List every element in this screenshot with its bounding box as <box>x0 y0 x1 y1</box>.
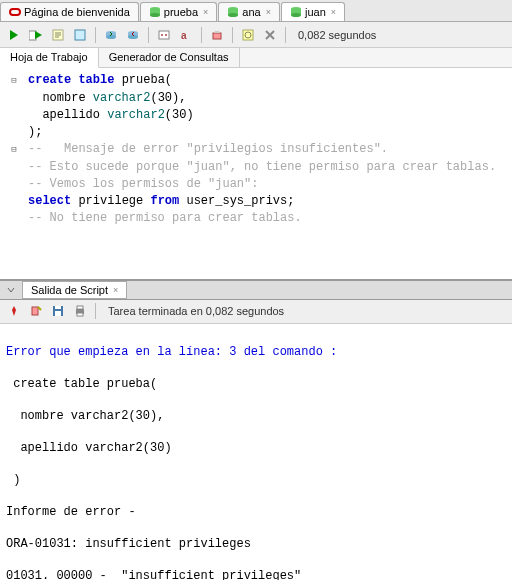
chevron-icon[interactable] <box>2 281 20 299</box>
separator <box>232 27 233 43</box>
db-icon <box>290 6 302 18</box>
db-icon <box>149 6 161 18</box>
separator <box>201 27 202 43</box>
history-button[interactable] <box>239 26 257 44</box>
oracle-icon <box>9 6 21 18</box>
svg-rect-31 <box>77 306 83 309</box>
svg-rect-19 <box>159 31 169 39</box>
tab-welcome[interactable]: Página de bienvenida <box>0 2 139 21</box>
svg-rect-32 <box>77 313 83 316</box>
close-icon[interactable]: × <box>331 7 336 17</box>
run-script-button[interactable] <box>27 26 45 44</box>
separator <box>95 303 96 319</box>
status-text: 0,082 segundos <box>298 29 376 41</box>
svg-point-20 <box>161 34 163 36</box>
svg-point-9 <box>291 13 301 17</box>
save-button[interactable] <box>49 302 67 320</box>
case-button[interactable]: a <box>177 26 195 44</box>
tab-worksheet[interactable]: Hoja de Trabajo <box>0 48 99 68</box>
close-icon[interactable]: × <box>113 285 118 295</box>
tab-querybuilder[interactable]: Generador de Consultas <box>99 48 240 67</box>
output-tab-label: Salida de Script <box>31 284 108 296</box>
separator <box>95 27 96 43</box>
sql-editor[interactable]: ⊟create table prueba( nombre varchar2(30… <box>0 68 512 280</box>
tab-prueba[interactable]: prueba × <box>140 2 218 21</box>
close-icon[interactable]: × <box>266 7 271 17</box>
clear-output-button[interactable] <box>27 302 45 320</box>
tab-label: prueba <box>164 6 198 18</box>
unshared-button[interactable] <box>155 26 173 44</box>
worksheet-tabs: Hoja de Trabajo Generador de Consultas <box>0 48 512 68</box>
svg-rect-28 <box>55 311 61 316</box>
svg-point-21 <box>165 34 167 36</box>
tab-label: juan <box>305 6 326 18</box>
svg-rect-12 <box>75 30 85 40</box>
pin-button[interactable] <box>5 302 23 320</box>
svg-point-3 <box>150 13 160 17</box>
output-tab[interactable]: Salida de Script × <box>22 281 127 299</box>
output-toolbar: Tarea terminada en 0,082 segundos <box>0 300 512 324</box>
db-icon <box>227 6 239 18</box>
commit-button[interactable] <box>102 26 120 44</box>
tab-ana[interactable]: ana × <box>218 2 280 21</box>
error-header: Error que empieza en la línea: 3 del com… <box>6 344 506 360</box>
main-toolbar: a 0,082 segundos <box>0 22 512 48</box>
rollback-button[interactable] <box>124 26 142 44</box>
autotrace-button[interactable] <box>71 26 89 44</box>
svg-rect-23 <box>213 33 221 39</box>
connection-tabs: Página de bienvenida prueba × ana × juan… <box>0 0 512 22</box>
clear-button[interactable] <box>208 26 226 44</box>
tab-juan[interactable]: juan × <box>281 2 345 21</box>
svg-point-6 <box>228 13 238 17</box>
tab-label: ana <box>242 6 260 18</box>
svg-rect-0 <box>10 9 20 15</box>
svg-text:a: a <box>181 30 187 41</box>
output-status: Tarea terminada en 0,082 segundos <box>108 305 284 317</box>
svg-rect-29 <box>55 306 61 309</box>
explain-button[interactable] <box>49 26 67 44</box>
output-panel-header: Salida de Script × <box>0 280 512 300</box>
svg-rect-26 <box>32 307 38 315</box>
script-output[interactable]: Error que empieza en la línea: 3 del com… <box>0 324 512 580</box>
run-button[interactable] <box>5 26 23 44</box>
print-button[interactable] <box>71 302 89 320</box>
tab-label: Página de bienvenida <box>24 6 130 18</box>
svg-rect-10 <box>29 31 36 40</box>
tool-button[interactable] <box>261 26 279 44</box>
separator <box>148 27 149 43</box>
separator <box>285 27 286 43</box>
close-icon[interactable]: × <box>203 7 208 17</box>
